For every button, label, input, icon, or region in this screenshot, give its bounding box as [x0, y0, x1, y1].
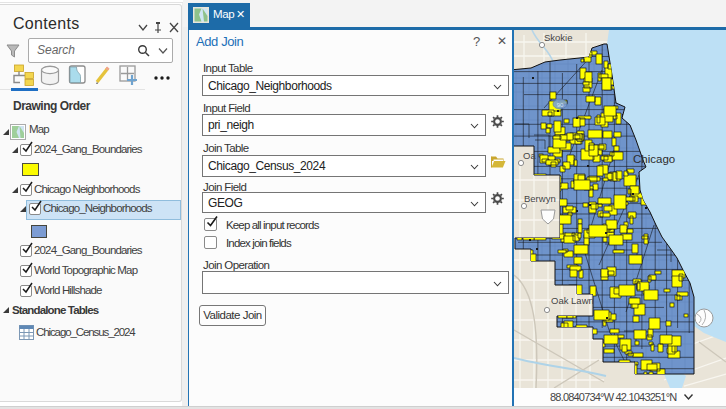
svg-text:90: 90	[557, 102, 564, 108]
svg-text:Chicago: Chicago	[633, 153, 675, 165]
svg-text:Skokie: Skokie	[544, 32, 573, 43]
svg-text:Oa: Oa	[523, 150, 536, 161]
svg-text:Berwyn: Berwyn	[524, 193, 556, 204]
svg-text:Oak Lawn: Oak Lawn	[551, 295, 594, 306]
